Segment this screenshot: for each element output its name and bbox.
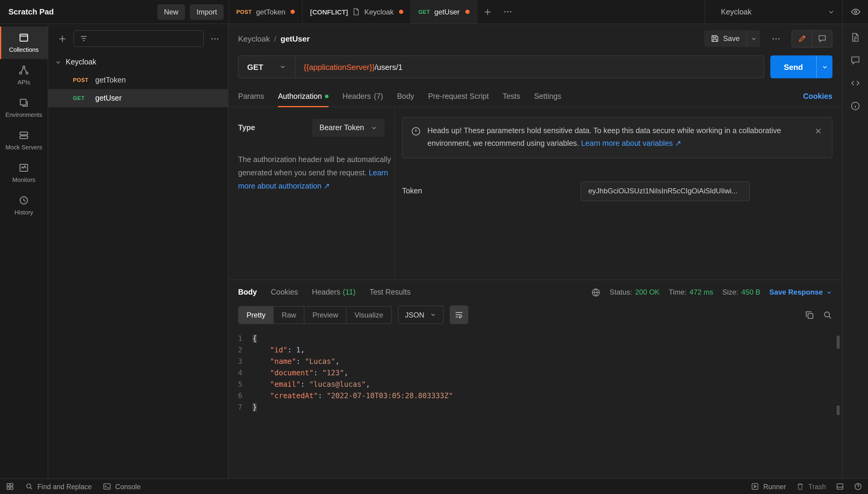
- breadcrumb-collection[interactable]: Keycloak: [238, 34, 270, 43]
- tab-tests[interactable]: Tests: [503, 86, 520, 107]
- line-number: 1: [228, 333, 253, 345]
- view-raw-button[interactable]: Raw: [273, 306, 304, 323]
- response-tabs: Body Cookies Headers(11) Test Results St…: [228, 280, 842, 304]
- rail-item-mock-servers[interactable]: Mock Servers: [0, 124, 48, 157]
- line-number: 4: [228, 367, 253, 379]
- dismiss-warning-button[interactable]: [813, 126, 824, 136]
- find-and-replace-button[interactable]: Find and Replace: [25, 482, 92, 490]
- collection-row-keycloak[interactable]: Keycloak: [48, 53, 228, 71]
- method-tag: GET: [418, 9, 430, 15]
- save-options-button[interactable]: [746, 30, 760, 47]
- environment-selector[interactable]: Keycloak: [705, 0, 842, 23]
- chevron-down-icon: [371, 125, 377, 131]
- comments-panel-button[interactable]: [851, 55, 860, 65]
- rail-item-environments[interactable]: Environments: [0, 92, 48, 124]
- method-dropdown[interactable]: GET: [239, 56, 295, 78]
- new-tab-button[interactable]: [477, 0, 498, 23]
- rail-item-collections[interactable]: Collections: [0, 26, 48, 59]
- save-icon: [710, 34, 719, 43]
- comments-button[interactable]: [812, 31, 832, 47]
- auth-fields-column: Heads up! These parameters hold sensitiv…: [395, 107, 842, 280]
- wrap-text-button[interactable]: [450, 305, 468, 324]
- response-tab-test-results[interactable]: Test Results: [370, 288, 410, 297]
- tab-pre-request-script[interactable]: Pre-request Script: [428, 86, 488, 107]
- tab-label: Body: [238, 288, 257, 297]
- sidebar-filter-input[interactable]: [92, 34, 198, 43]
- request-row-gettoken[interactable]: POST getToken: [48, 71, 228, 89]
- learn-more-variables-link[interactable]: Learn more about variables ↗: [581, 139, 681, 148]
- tab-options-button[interactable]: [498, 0, 518, 23]
- rail-item-monitors[interactable]: Monitors: [0, 157, 48, 189]
- token-row: Token eyJhbGciOiJSUzI1NiIsInR5cCIgOiAiSl…: [402, 181, 832, 201]
- view-pretty-button[interactable]: Pretty: [239, 306, 273, 323]
- authorization-panel: Type Bearer Token The authorization head…: [228, 107, 842, 280]
- info-button[interactable]: [851, 101, 860, 111]
- tab-settings[interactable]: Settings: [534, 86, 561, 107]
- chevron-down-icon: [430, 311, 437, 318]
- code-line: 4 "document": "123",: [228, 367, 842, 379]
- copy-response-button[interactable]: [805, 310, 814, 320]
- response-tab-body[interactable]: Body: [238, 288, 257, 297]
- trash-button[interactable]: Trash: [796, 482, 826, 490]
- url-input[interactable]: {{applicationServer}}/users/1: [295, 62, 411, 71]
- view-visualize-button[interactable]: Visualize: [346, 306, 391, 323]
- panel-layout-button[interactable]: [836, 482, 844, 490]
- code-line: 3 "name": "Lucas",: [228, 356, 842, 367]
- token-input[interactable]: eyJhbGciOiJSUzI1NiIsInR5cCIgOiAiSldUIiwi…: [580, 181, 750, 201]
- import-button[interactable]: Import: [190, 4, 224, 20]
- tab-body[interactable]: Body: [397, 86, 414, 107]
- tab-conflict-keycloak[interactable]: [CONFLICT] Keycloak: [303, 0, 411, 23]
- documentation-button[interactable]: [851, 33, 860, 42]
- url-path: /users/1: [375, 62, 403, 71]
- rail-item-history[interactable]: History: [0, 189, 48, 222]
- environment-quick-look-button[interactable]: [842, 0, 868, 23]
- more-horizontal-icon: [210, 34, 219, 43]
- send-options-button[interactable]: [816, 55, 832, 78]
- save-button[interactable]: Save: [704, 30, 746, 47]
- sidebar-options-button[interactable]: [209, 33, 221, 44]
- tab-count: (11): [343, 288, 356, 297]
- tab-label: Keycloak: [364, 7, 394, 16]
- rail-item-apis[interactable]: APIs: [0, 59, 48, 92]
- format-dropdown[interactable]: JSON: [398, 305, 444, 324]
- response-tab-cookies[interactable]: Cookies: [271, 288, 298, 297]
- tab-label: getToken: [256, 7, 285, 16]
- line-number: 7: [228, 402, 253, 413]
- request-url-row: GET {{applicationServer}}/users/1 Send: [228, 53, 842, 86]
- runner-button[interactable]: Runner: [751, 482, 786, 490]
- request-row-getuser[interactable]: GET getUser: [48, 89, 228, 107]
- sidebar-toggle-button[interactable]: [6, 482, 14, 490]
- unsaved-dot-icon: [399, 10, 403, 14]
- new-button[interactable]: New: [157, 4, 185, 20]
- cookies-link[interactable]: Cookies: [803, 92, 832, 100]
- tab-params[interactable]: Params: [238, 86, 264, 107]
- code-snippet-button[interactable]: [851, 78, 860, 88]
- scrollbar-thumb[interactable]: [837, 336, 840, 349]
- auth-type-dropdown[interactable]: Bearer Token: [312, 119, 385, 137]
- tab-authorization[interactable]: Authorization: [278, 86, 329, 107]
- size-value: 450 B: [741, 288, 760, 297]
- environments-icon: [19, 98, 29, 108]
- sensitive-data-banner: Heads up! These parameters hold sensitiv…: [402, 117, 832, 158]
- more-horizontal-icon: [503, 7, 512, 16]
- save-response-button[interactable]: Save Response: [770, 288, 832, 297]
- sidebar-filter-box[interactable]: [74, 30, 204, 47]
- response-tab-headers[interactable]: Headers(11): [312, 288, 356, 297]
- response-body-editor[interactable]: 1{2 "id": 1,3 "name": "Lucas",4 "documen…: [228, 329, 842, 478]
- search-response-button[interactable]: [823, 310, 832, 320]
- add-collection-button[interactable]: [57, 33, 68, 44]
- edit-mode-button[interactable]: [792, 31, 812, 47]
- request-more-button[interactable]: [767, 30, 784, 47]
- help-button[interactable]: [854, 482, 862, 490]
- view-preview-button[interactable]: Preview: [304, 306, 346, 323]
- console-button[interactable]: Console: [103, 482, 141, 490]
- tab-strip: POST getToken [CONFLICT] Keycloak GET ge…: [228, 0, 705, 23]
- tab-getuser[interactable]: GET getUser: [411, 0, 477, 23]
- plus-icon: [483, 7, 492, 16]
- auth-type-value: Bearer Token: [319, 124, 364, 132]
- tab-headers[interactable]: Headers(7): [343, 86, 383, 107]
- collection-tree: Keycloak POST getToken GET getUser: [48, 53, 228, 107]
- response-toolbar: Pretty Raw Preview Visualize JSON: [228, 304, 842, 329]
- send-button[interactable]: Send: [770, 55, 816, 78]
- tab-gettoken[interactable]: POST getToken: [229, 0, 303, 23]
